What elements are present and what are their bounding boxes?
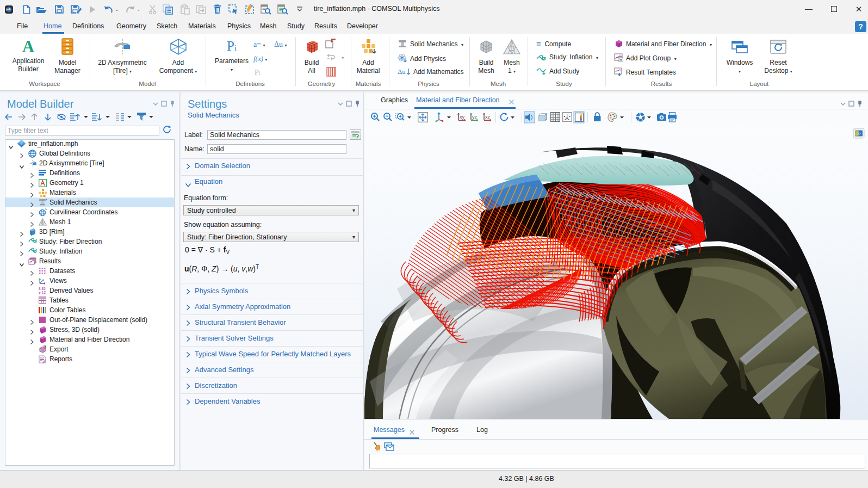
svg-text:e-12: e-12	[39, 291, 46, 294]
svg-text:yz: yz	[472, 114, 478, 120]
svg-text:xz: xz	[485, 114, 491, 120]
svg-text:8.85: 8.85	[39, 287, 46, 291]
svg-text:xy: xy	[460, 114, 465, 120]
